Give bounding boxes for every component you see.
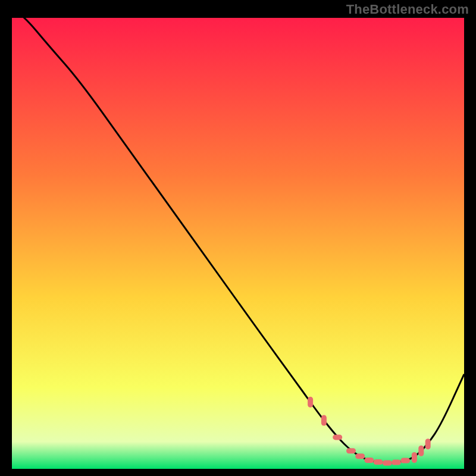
curve-dot: [374, 459, 383, 465]
curve-dot: [383, 461, 392, 466]
curve-dot: [364, 458, 374, 463]
curve-dot: [400, 458, 410, 464]
chart-background-gradient: [12, 18, 464, 469]
bottleneck-chart: [12, 18, 464, 469]
curve-dot: [392, 460, 401, 465]
plot-frame: [12, 18, 464, 469]
curve-dot: [355, 453, 365, 459]
chart-outer: TheBottleneck.com: [0, 0, 476, 476]
curve-dot: [346, 448, 356, 453]
curve-dot: [418, 446, 424, 456]
watermark-text: TheBottleneck.com: [346, 2, 469, 17]
curve-dot: [308, 397, 313, 408]
curve-dot: [412, 452, 417, 463]
curve-dot: [425, 439, 431, 449]
curve-dot: [321, 415, 327, 426]
curve-dot: [333, 434, 342, 440]
